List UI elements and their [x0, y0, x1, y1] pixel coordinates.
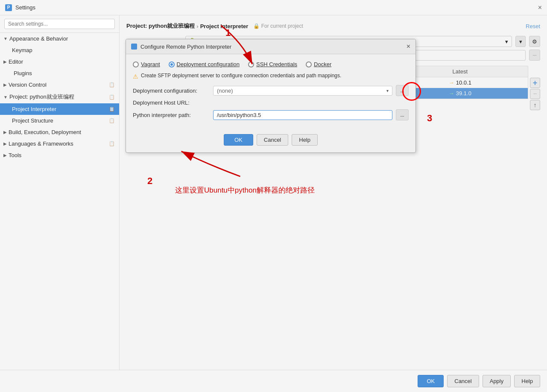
sidebar-item-version-control[interactable]: ▶ Version Control 📋	[0, 79, 119, 91]
help-button[interactable]: Help	[514, 375, 540, 387]
dialog-title: Configure Remote Python Interpreter	[140, 44, 231, 50]
ok-button[interactable]: OK	[418, 375, 444, 387]
sidebar-item-tools[interactable]: ▶ Tools	[0, 149, 119, 161]
window-title: Settings	[15, 4, 35, 11]
badge-icon: 📋	[109, 118, 115, 123]
title-bar: P Settings ×	[0, 0, 547, 15]
sidebar-item-label: Tools	[9, 152, 21, 158]
deployment-browse-button[interactable]: ...	[396, 85, 409, 96]
radio-group: Vagrant Deployment configuration SSH Cre…	[133, 61, 409, 67]
cancel-button[interactable]: Cancel	[447, 375, 479, 387]
deployment-host-label: Deployment Host URL:	[133, 99, 210, 106]
sidebar-search-container	[0, 15, 119, 33]
dialog-footer: OK Cancel Help	[126, 131, 415, 152]
search-input[interactable]	[4, 19, 115, 29]
badge-icon: 📋	[109, 82, 115, 88]
sidebar-item-label: Appearance & Behavior	[9, 35, 68, 42]
annotation-circle-3	[402, 82, 421, 101]
warning-icon: ⚠	[133, 73, 138, 80]
python-path-browse-button[interactable]: ...	[396, 109, 409, 120]
radio-ssh-label: SSH Credentials	[256, 61, 297, 67]
sidebar-item-label: Project: python就业班编程	[9, 93, 74, 101]
sidebar-item-label: Keymap	[12, 47, 32, 53]
configure-dialog[interactable]: Configure Remote Python Interpreter × Va…	[126, 39, 416, 153]
sidebar-item-project[interactable]: ▼ Project: python就业班编程 📋	[0, 91, 119, 103]
dialog-title-bar: Configure Remote Python Interpreter ×	[126, 39, 415, 54]
radio-deployment-indicator	[169, 61, 175, 67]
deployment-config-select[interactable]: (none) ▾	[213, 86, 392, 96]
warning-text: Create SFTP deployment server to configu…	[141, 73, 341, 79]
dropdown-arrow-icon: ▾	[386, 88, 389, 93]
chevron-down-icon: ▼	[3, 36, 8, 41]
warning-row: ⚠ Create SFTP deployment server to confi…	[133, 73, 409, 80]
dialog-close-button[interactable]: ×	[407, 43, 410, 50]
sidebar-item-appearance[interactable]: ▼ Appearance & Behavior	[0, 33, 119, 44]
annotation-2: 2	[147, 176, 152, 187]
sidebar-item-label: Project Structure	[12, 117, 53, 124]
apply-button[interactable]: Apply	[483, 375, 511, 387]
close-button[interactable]: ×	[538, 4, 542, 12]
radio-deployment[interactable]: Deployment configuration	[169, 61, 240, 67]
sidebar-item-project-interpreter[interactable]: Project Interpreter 📋	[0, 103, 119, 115]
sidebar-item-build[interactable]: ▶ Build, Execution, Deployment	[0, 126, 119, 138]
deployment-config-value: (none)	[217, 88, 386, 94]
dialog-ok-button[interactable]: OK	[224, 134, 253, 146]
sidebar-item-label: Languages & Frameworks	[9, 140, 73, 147]
chevron-down-icon: ▼	[3, 95, 8, 99]
python-path-label: Python interpreter path:	[133, 112, 210, 118]
radio-deployment-label: Deployment configuration	[177, 61, 240, 67]
annotation-chinese-text: 这里设置Ubuntu中python解释器的绝对路径	[175, 185, 315, 195]
sidebar-item-label: Project Interpreter	[12, 106, 56, 112]
sidebar-item-plugins[interactable]: Plugins	[0, 67, 119, 79]
chevron-right-icon: ▶	[3, 82, 7, 87]
sidebar-item-editor[interactable]: ▶ Editor	[0, 56, 119, 67]
badge-icon: 📋	[109, 141, 115, 146]
sidebar-item-languages[interactable]: ▶ Languages & Frameworks 📋	[0, 138, 119, 149]
sidebar: ▼ Appearance & Behavior Keymap ▶ Editor …	[0, 15, 120, 370]
badge-icon: 📋	[109, 106, 115, 112]
radio-docker-label: Docker	[314, 61, 331, 67]
sidebar-item-label: Version Control	[9, 82, 47, 88]
sidebar-item-project-structure[interactable]: Project Structure 📋	[0, 115, 119, 126]
sidebar-item-label: Plugins	[14, 70, 32, 76]
chevron-right-icon: ▶	[3, 141, 7, 146]
dialog-cancel-button[interactable]: Cancel	[257, 134, 288, 146]
deployment-config-label: Deployment configuration:	[133, 88, 210, 94]
radio-vagrant-indicator	[133, 61, 139, 67]
sidebar-item-label: Editor	[9, 59, 23, 65]
app-icon: P	[5, 4, 12, 11]
sidebar-item-label: Build, Execution, Deployment	[9, 129, 81, 135]
radio-ssh-indicator	[248, 61, 254, 67]
radio-vagrant-label: Vagrant	[141, 61, 160, 67]
annotation-1: 1	[225, 27, 231, 38]
chevron-right-icon: ▶	[3, 59, 7, 64]
chevron-right-icon: ▶	[3, 130, 7, 135]
dialog-icon	[131, 44, 137, 50]
radio-vagrant[interactable]: Vagrant	[133, 61, 160, 67]
deployment-config-row: Deployment configuration: (none) ▾ ...	[133, 85, 409, 96]
dialog-body: Vagrant Deployment configuration SSH Cre…	[126, 54, 415, 131]
radio-docker-indicator	[306, 61, 312, 67]
radio-ssh[interactable]: SSH Credentials	[248, 61, 297, 67]
content-area: Project: python就业班编程 › Project Interpret…	[120, 15, 547, 370]
python-path-row: Python interpreter path: ...	[133, 109, 409, 120]
deployment-host-row: Deployment Host URL:	[133, 99, 409, 106]
dialog-overlay: 1 Configure Remote Python Interpreter ×	[120, 15, 547, 370]
annotation-3: 3	[427, 113, 432, 124]
sidebar-item-keymap[interactable]: Keymap	[0, 44, 119, 56]
bottom-bar: OK Cancel Apply Help	[0, 370, 547, 392]
python-path-input[interactable]	[213, 110, 392, 120]
dialog-help-button[interactable]: Help	[292, 134, 318, 146]
badge-icon: 📋	[109, 94, 115, 100]
chevron-right-icon: ▶	[3, 153, 7, 158]
radio-docker[interactable]: Docker	[306, 61, 331, 67]
